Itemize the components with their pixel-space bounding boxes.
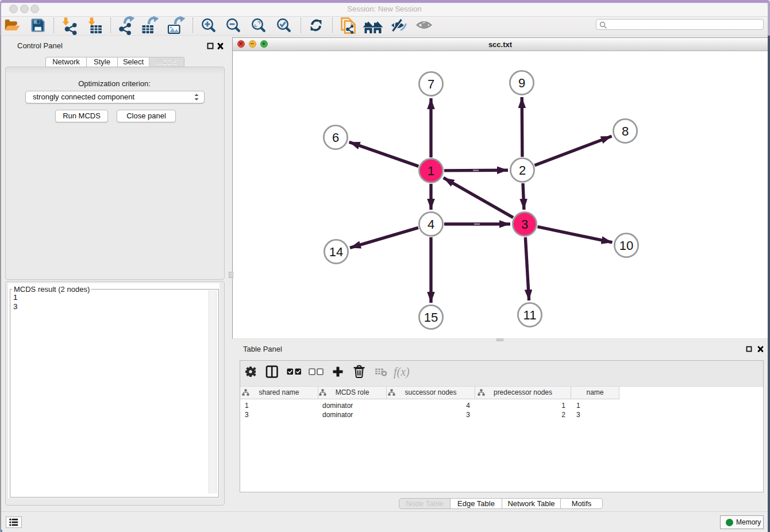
- svg-text:1: 1: [428, 164, 434, 178]
- svg-text:4: 4: [428, 217, 434, 232]
- svg-text:7: 7: [428, 77, 434, 91]
- svg-text:f(x): f(x): [394, 365, 410, 379]
- svg-text:8: 8: [622, 124, 629, 138]
- svg-text:15: 15: [424, 310, 438, 325]
- svg-text:6: 6: [332, 130, 339, 145]
- svg-text:11: 11: [523, 308, 537, 322]
- svg-text:9: 9: [518, 76, 525, 90]
- svg-text:2: 2: [519, 163, 526, 178]
- svg-text:10: 10: [619, 238, 633, 253]
- svg-text:3: 3: [521, 217, 528, 232]
- svg-text:14: 14: [329, 245, 343, 259]
